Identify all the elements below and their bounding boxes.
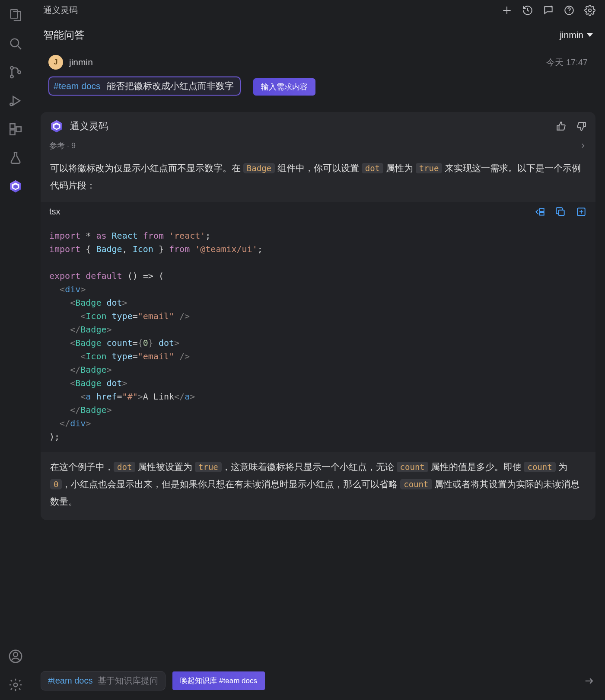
code-language-label: tsx — [49, 207, 60, 217]
svg-point-19 — [569, 12, 570, 13]
help-icon[interactable] — [564, 5, 575, 16]
message-timestamp: 今天 17:47 — [546, 57, 588, 68]
input-annotation-bubble: 唤起知识库 #team docs — [172, 671, 265, 690]
references-row[interactable]: 参考 · 9 — [41, 134, 595, 153]
svg-point-16 — [551, 6, 551, 7]
new-chat-icon[interactable] — [501, 5, 513, 16]
chat-scroll[interactable]: J jinmin 今天 17:47 #team docs 能否把徽标改成小红点而… — [31, 50, 605, 667]
user-name: jinmin — [69, 57, 93, 67]
svg-marker-6 — [13, 96, 20, 105]
user-dropdown[interactable]: jinmin — [560, 30, 593, 40]
svg-point-11 — [13, 652, 18, 657]
code-content[interactable]: import * as React from 'react'; import {… — [41, 222, 595, 452]
svg-point-1 — [11, 39, 19, 47]
svg-rect-21 — [540, 208, 544, 211]
testing-icon[interactable] — [8, 150, 23, 165]
chevron-right-icon — [579, 142, 587, 150]
svg-point-7 — [10, 103, 13, 106]
ai-name: 通义灵码 — [70, 120, 108, 133]
user-dropdown-label: jinmin — [560, 30, 583, 40]
inline-code: Badge — [243, 163, 275, 173]
svg-rect-0 — [11, 10, 18, 18]
tongyi-logo-icon — [49, 119, 64, 134]
feedback-icon[interactable] — [543, 5, 554, 16]
annotation-bubble: 输入需求内容 — [253, 78, 315, 96]
inline-code: true — [195, 462, 222, 472]
inline-code: true — [416, 163, 443, 173]
history-icon[interactable] — [522, 5, 533, 16]
send-icon[interactable] — [583, 675, 595, 687]
avatar: J — [48, 55, 63, 70]
input-context-tag: #team docs — [48, 676, 92, 686]
references-label: 参考 — [49, 141, 65, 151]
svg-point-20 — [589, 9, 592, 12]
svg-rect-22 — [540, 212, 544, 215]
user-message: J jinmin 今天 17:47 #team docs 能否把徽标改成小红点而… — [41, 50, 595, 103]
run-debug-icon[interactable] — [8, 93, 23, 108]
activity-bar — [0, 0, 31, 700]
svg-point-5 — [18, 71, 21, 74]
subheader: 智能问答 jinmin — [31, 22, 605, 50]
ai-paragraph-2: 在这个例子中，dot 属性被设置为 true，这意味着徽标将只显示一个小红点，无… — [41, 452, 595, 512]
explorer-icon[interactable] — [8, 8, 23, 22]
thumbs-up-icon[interactable] — [556, 121, 567, 132]
ai-paragraph-1: 可以将徽标改为仅显示小红点而不显示数字。在 Badge 组件中，你可以设置 do… — [41, 153, 595, 196]
context-tag: #team docs — [54, 81, 101, 91]
svg-rect-8 — [10, 124, 15, 128]
svg-rect-9 — [10, 130, 15, 134]
references-count: 9 — [71, 141, 76, 150]
code-block: tsx import * as React from 'react'; impo… — [41, 202, 595, 452]
thumbs-down-icon[interactable] — [576, 121, 587, 132]
input-placeholder: 基于知识库提问 — [98, 675, 158, 687]
inline-code: count — [400, 479, 432, 489]
prompt-text: 能否把徽标改成小红点而非数字 — [107, 80, 234, 92]
accounts-icon[interactable] — [8, 649, 23, 664]
chat-input[interactable]: #team docs 基于知识库提问 — [41, 671, 166, 690]
svg-point-3 — [10, 67, 13, 70]
inline-code: count — [397, 462, 428, 472]
panel-title: 通义灵码 — [43, 4, 78, 16]
svg-point-4 — [10, 75, 13, 78]
inline-code: dot — [362, 163, 383, 173]
search-icon[interactable] — [8, 36, 23, 51]
insert-code-icon[interactable] — [534, 206, 545, 217]
chat-panel: 通义灵码 智能问答 jinmin J jinmin — [31, 0, 605, 700]
panel-header: 通义灵码 — [31, 0, 605, 22]
extensions-icon[interactable] — [8, 122, 23, 137]
source-control-icon[interactable] — [8, 65, 23, 80]
copy-code-icon[interactable] — [555, 206, 566, 217]
ai-message: 通义灵码 参考 · 9 可以将徽标改为仅显示小红点而不显示数字。在 Badge … — [41, 112, 595, 520]
svg-rect-23 — [559, 210, 564, 215]
tongyi-lingma-icon[interactable] — [8, 179, 23, 194]
gear-icon[interactable] — [584, 5, 595, 16]
svg-point-13 — [14, 683, 18, 687]
svg-line-2 — [18, 46, 21, 49]
svg-rect-10 — [16, 127, 21, 131]
inline-code: count — [524, 462, 555, 472]
settings-gear-icon[interactable] — [8, 678, 23, 692]
input-bar: #team docs 基于知识库提问 唤起知识库 #team docs — [31, 667, 605, 700]
chevron-down-icon — [587, 32, 593, 38]
new-file-icon[interactable] — [576, 206, 587, 217]
subheader-title: 智能问答 — [43, 28, 85, 42]
inline-code: dot — [114, 462, 135, 472]
prompt-pill[interactable]: #team docs 能否把徽标改成小红点而非数字 — [48, 77, 241, 96]
inline-code: 0 — [50, 479, 62, 489]
